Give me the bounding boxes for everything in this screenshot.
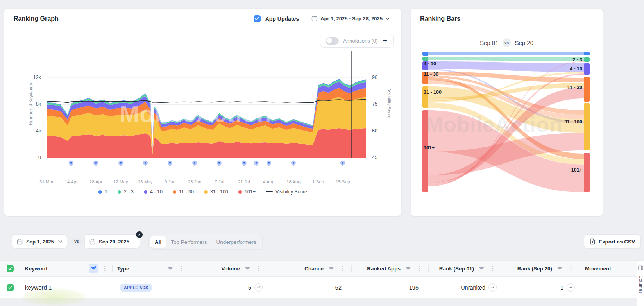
legend-item[interactable]: Visibility Score	[266, 189, 307, 195]
app-update-pin-icon[interactable]	[254, 160, 259, 166]
app-update-pin-icon[interactable]	[192, 160, 197, 166]
header-select-all-cell	[0, 261, 20, 276]
x-axis-tick: 23 Jun	[188, 179, 202, 184]
app-update-pin-icon[interactable]	[291, 160, 296, 166]
chance-filter-icon[interactable]	[326, 264, 336, 273]
clear-compare-date-button[interactable]: ×	[136, 231, 143, 238]
rank-to-column-menu[interactable]: ⋮	[567, 265, 575, 272]
y-left-ticks: 04k8k12k	[27, 50, 43, 158]
type-column-menu[interactable]: ⋮	[177, 265, 185, 272]
column-header-movement: Movement	[580, 261, 637, 276]
tab-all[interactable]: All	[150, 236, 166, 248]
app-update-pin-icon[interactable]	[242, 160, 247, 166]
chance-column-menu[interactable]: ⋮	[338, 265, 346, 272]
legend-dot-swatch	[98, 190, 102, 194]
row-checkbox[interactable]	[7, 284, 14, 291]
x-axis-tick: 31 Mar	[39, 179, 54, 184]
app-updates-checkbox[interactable]	[254, 15, 261, 22]
y-left-tick: 4k	[36, 128, 41, 134]
ranked-apps-filter-icon[interactable]	[403, 264, 413, 273]
table-row[interactable]: keyword 1 APPLE ADS 5 62 195 Unranked 1	[0, 277, 637, 299]
x-axis-tick: 1 Sep	[312, 179, 324, 184]
columns-panel-toggle[interactable]: Columns	[637, 260, 644, 306]
legend-item[interactable]: 31 - 100	[204, 189, 228, 195]
export-file-icon	[590, 238, 596, 245]
keyword-column-menu[interactable]: ⋮	[101, 265, 109, 272]
volume-filter-icon[interactable]	[243, 264, 252, 273]
compare-date-from-select[interactable]: Sep 1, 2025	[12, 234, 67, 249]
app-update-markers	[47, 160, 366, 168]
legend-item[interactable]: 2 - 3	[118, 189, 134, 195]
rank-from-filter-icon[interactable]	[477, 264, 486, 273]
x-axis-tick: 21 Jul	[238, 179, 250, 184]
legend-label: 1	[105, 189, 107, 195]
tab-top-performers[interactable]: Top Performers	[166, 236, 211, 248]
ranking-sankey-chart[interactable]: 4 - 1011 - 3031 - 100101+2 - 34 - 1011 -…	[422, 51, 590, 193]
svg-text:2 - 3: 2 - 3	[572, 57, 582, 63]
annotations-toggle[interactable]	[326, 37, 339, 45]
filter-icon	[245, 266, 250, 271]
volume-column-menu[interactable]: ⋮	[255, 265, 263, 272]
app-update-pin-icon[interactable]	[118, 160, 123, 166]
sankey-date-from: Sep 01	[480, 39, 499, 46]
y-right-tick: 90	[372, 75, 377, 80]
ranking-bars-header: Ranking Bars	[411, 9, 603, 29]
rank-from-column-menu[interactable]: ⋮	[489, 265, 497, 272]
legend-label: 2 - 3	[124, 189, 134, 195]
watermark-blob	[23, 288, 85, 306]
legend-label: 4 - 10	[150, 189, 163, 195]
calendar-icon	[89, 239, 95, 245]
ranking-dashboard: Ranking Graph App Updates Apr 1, 2025 - …	[0, 0, 644, 306]
legend-item[interactable]: 101+	[238, 189, 256, 195]
calendar-icon	[17, 239, 23, 245]
y-left-tick: 8k	[36, 101, 41, 107]
x-axis-tick: 9 Jun	[165, 179, 175, 184]
app-update-pin-icon[interactable]	[93, 160, 98, 166]
keyword-table: Keyword ⋮ Type ⋮ Volume ⋮	[0, 260, 637, 299]
add-annotation-button[interactable]: +	[382, 37, 388, 45]
select-all-checkbox[interactable]	[7, 265, 14, 272]
legend-item[interactable]: 11 - 30	[173, 189, 194, 195]
legend-item[interactable]: 1	[98, 189, 107, 195]
x-axis-ticks: 31 Mar14 Apr28 Apr12 May26 May9 Jun23 Ju…	[47, 179, 366, 186]
app-update-pin-icon[interactable]	[167, 160, 172, 166]
compare-date-from-value: Sep 1, 2025	[26, 239, 54, 245]
app-update-pin-icon[interactable]	[266, 160, 271, 166]
tab-underperformers[interactable]: Underperformers	[212, 236, 261, 248]
app-update-pin-icon[interactable]	[217, 160, 222, 166]
rank-to-trend-button[interactable]	[567, 283, 575, 292]
export-csv-button[interactable]: Export as CSV	[584, 234, 641, 249]
app-update-pin-icon[interactable]	[69, 160, 74, 166]
rank-to-filter-icon[interactable]	[555, 264, 564, 273]
ranking-bars-title: Ranking Bars	[420, 15, 460, 22]
toggle-knob	[326, 38, 332, 44]
legend-dot-swatch	[173, 190, 176, 194]
keyword-filter-icon[interactable]	[89, 264, 98, 273]
check-icon	[8, 286, 13, 289]
legend-item[interactable]: 4 - 10	[144, 189, 163, 195]
cell-movement	[580, 277, 637, 298]
app-update-pin-icon[interactable]	[143, 160, 148, 166]
app-updates-label: App Updates	[265, 16, 299, 22]
rank-from-trend-button[interactable]	[488, 283, 497, 292]
legend-label: 101+	[245, 189, 256, 195]
graph-date-range-select[interactable]: Apr 1, 2025 - Sep 28, 2025	[309, 15, 392, 22]
columns-panel-label: Columns	[639, 276, 643, 293]
x-axis-tick: 26 May	[138, 179, 153, 184]
filter-icon	[91, 266, 97, 271]
columns-icon	[638, 265, 643, 270]
ranking-bars-card: Ranking Bars Sep 01 vs Sep 20 4 - 1011 -…	[410, 8, 603, 216]
cell-rank-from: Unranked	[429, 277, 502, 298]
compare-date-to-select[interactable]: Sep 20, 2025	[84, 234, 140, 249]
column-header-ranked-apps: Ranked Apps ⋮	[352, 261, 429, 276]
svg-text:11 - 30: 11 - 30	[424, 72, 438, 77]
app-update-pin-icon[interactable]	[340, 160, 345, 166]
type-filter-icon[interactable]	[165, 264, 175, 273]
chevron-down-icon	[386, 18, 390, 20]
x-axis-tick: 28 Apr	[89, 179, 102, 184]
ranking-stacked-area-chart[interactable]	[47, 50, 366, 158]
filter-icon	[328, 266, 334, 271]
column-header-rank-to: Rank (Sep 20) ⋮	[502, 261, 580, 276]
volume-trend-button[interactable]	[254, 283, 263, 292]
ranked-apps-column-menu[interactable]: ⋮	[415, 265, 423, 272]
